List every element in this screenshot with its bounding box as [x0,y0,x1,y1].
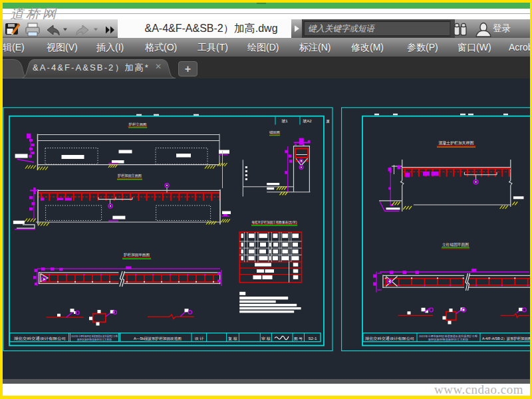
svg-text:2022年十堰市郧阳区省道国道改造升级养护工程: 2022年十堰市郧阳区省道国道改造升级养护工程 [71,334,118,338]
svg-text:郧阳区郧阳路至郧阳汉江大桥段: 郧阳区郧阳路至郧阳汉江大桥段 [77,338,112,341]
svg-text:坡1: 坡1 [281,119,288,123]
svg-text:A—5b段波形护栏加固改造图: A—5b段波形护栏加固改造图 [134,336,182,341]
svg-text:每延米护栏加固工程数量表(元/米): 每延米护栏加固工程数量表(元/米) [252,220,297,225]
svg-text:设 计: 设 计 [195,336,205,340]
svg-text:图 号: 图 号 [294,336,303,341]
svg-text:湖北交科交通设计有限公司: 湖北交科交通设计有限公司 [364,336,414,341]
svg-text:郧阳区郧阳路至郧阳汉江大桥段: 郧阳区郧阳路至郧阳汉江大桥段 [428,338,469,341]
svg-text:S2-1: S2-1 [309,336,317,340]
svg-text:护栏立面图: 护栏立面图 [128,122,147,127]
svg-text:复 核: 复 核 [228,336,238,341]
svg-text:混凝土护栏加大样图: 混凝土护栏加大样图 [439,140,474,146]
svg-text:湖北交科交通设计有限公司: 湖北交科交通设计有限公司 [13,336,66,341]
svg-text:护栏加固立面图: 护栏加固立面图 [117,174,142,178]
svg-text:护栏加固平面图: 护栏加固平面图 [123,253,150,257]
svg-text:2022年十堰市郧阳区省道国道改造升级养护工程: 2022年十堰市郧阳区省道国道改造升级养护工程 [419,334,478,338]
svg-text:坡A2: 坡A2 [303,119,312,123]
svg-text:立柱锚固平面图: 立柱锚固平面图 [442,242,469,247]
svg-text:审 核: 审 核 [261,336,271,340]
svg-text:A-4/F-A/SB-2）波形护栏加固图: A-4/F-A/SB-2）波形护栏加固图 [482,336,531,341]
svg-text:厦: 厦 [326,119,330,124]
